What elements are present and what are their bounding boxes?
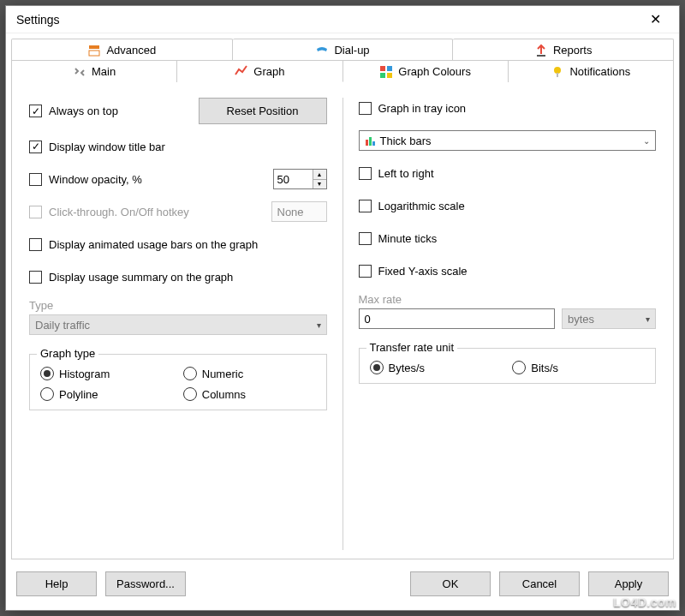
max-rate-input[interactable] <box>359 308 556 329</box>
cancel-button[interactable]: Cancel <box>499 571 580 596</box>
tab-label: Main <box>92 65 116 78</box>
radio-label: Numeric <box>202 368 243 380</box>
row-animated-bars: Display animated usage bars on the graph <box>29 234 327 254</box>
click-through-hotkey: None <box>271 201 327 222</box>
tab-graph[interactable]: Graph <box>177 60 342 82</box>
content-panel: Always on top Reset Position Display win… <box>11 82 674 559</box>
window-opacity-spinner[interactable]: ▲ ▼ <box>273 169 327 189</box>
close-button[interactable]: ✕ <box>636 7 674 33</box>
window-opacity-input[interactable] <box>274 170 313 188</box>
bottom-bar: Help Password... OK Cancel Apply <box>6 559 679 610</box>
colours-icon <box>379 65 393 79</box>
tab-reports[interactable]: Reports <box>453 39 674 61</box>
row-graph-tray: Graph in tray icon <box>359 98 657 118</box>
click-through-checkbox <box>29 206 42 218</box>
left-to-right-label: Left to right <box>378 167 434 180</box>
reset-position-button[interactable]: Reset Position <box>199 98 327 124</box>
radio-histogram-row[interactable]: Histogram <box>40 367 173 380</box>
display-titlebar-label: Display window title bar <box>49 141 165 153</box>
ok-button[interactable]: OK <box>410 571 491 596</box>
row-left-to-right: Left to right <box>359 163 657 183</box>
tab-label: Dial-up <box>334 44 369 57</box>
radio-label: Bits/s <box>531 362 558 374</box>
radio-label: Columns <box>202 388 246 401</box>
max-rate-unit-value: bytes <box>568 313 594 326</box>
type-select: Daily traffic ▾ <box>29 314 327 335</box>
svg-rect-5 <box>380 73 385 78</box>
fixed-y-checkbox[interactable] <box>359 265 372 278</box>
window-opacity-checkbox[interactable] <box>29 173 42 186</box>
radio-columns[interactable] <box>183 387 197 401</box>
apply-button[interactable]: Apply <box>588 571 669 596</box>
row-usage-summary: Display usage summary on the graph <box>29 266 327 287</box>
radio-label: Polyline <box>59 388 98 401</box>
watermark: LO4D.com <box>613 595 676 609</box>
radio-numeric[interactable] <box>183 367 197 380</box>
click-through-label: Click-through. On/Off hotkey <box>49 206 189 218</box>
tab-notifications[interactable]: Notifications <box>509 60 674 82</box>
reports-icon <box>534 44 548 57</box>
tab-label: Graph Colours <box>398 65 471 78</box>
radio-histogram[interactable] <box>40 367 54 380</box>
usage-summary-label: Display usage summary on the graph <box>49 271 233 284</box>
graph-tray-label: Graph in tray icon <box>378 102 467 115</box>
tab-main[interactable]: Main <box>11 60 177 82</box>
chevron-down-icon: ▾ <box>646 314 650 324</box>
dialup-icon <box>315 44 329 57</box>
minute-ticks-checkbox[interactable] <box>359 232 372 245</box>
row-fixed-y: Fixed Y-axis scale <box>359 260 657 281</box>
svg-rect-11 <box>372 141 375 146</box>
svg-rect-9 <box>366 140 368 146</box>
tab-label: Advanced <box>106 44 156 57</box>
transfer-unit-group: Transfer rate unit Bytes/s Bits/s <box>359 348 657 384</box>
minute-ticks-label: Minute ticks <box>378 232 438 245</box>
radio-bits[interactable] <box>512 361 526 374</box>
radio-bytes[interactable] <box>370 361 384 374</box>
spinner-down[interactable]: ▼ <box>313 180 326 189</box>
graph-icon <box>235 64 248 78</box>
log-scale-checkbox[interactable] <box>359 200 372 212</box>
radio-polyline[interactable] <box>40 387 54 401</box>
spinner-up[interactable]: ▲ <box>313 170 326 180</box>
svg-rect-1 <box>89 51 99 56</box>
notifications-icon <box>551 65 564 79</box>
always-on-top-checkbox[interactable] <box>29 105 42 117</box>
type-value: Daily traffic <box>35 319 90 332</box>
row-click-through: Click-through. On/Off hotkey None <box>29 201 327 222</box>
log-scale-label: Logarithmic scale <box>378 200 465 212</box>
radio-bytes-row[interactable]: Bytes/s <box>370 361 503 374</box>
left-to-right-checkbox[interactable] <box>359 167 372 180</box>
radio-columns-row[interactable]: Columns <box>183 387 316 401</box>
radio-label: Bytes/s <box>389 362 426 374</box>
help-button[interactable]: Help <box>16 571 97 596</box>
svg-point-7 <box>554 67 561 74</box>
max-rate-section: Max rate bytes ▾ <box>359 293 657 329</box>
display-titlebar-checkbox[interactable] <box>29 141 42 153</box>
max-rate-unit-select: bytes ▾ <box>562 308 656 329</box>
column-divider <box>342 98 343 550</box>
radio-bits-row[interactable]: Bits/s <box>512 361 645 374</box>
radio-numeric-row[interactable]: Numeric <box>183 367 316 380</box>
tabs: Advanced Dial-up Reports Main <box>6 33 679 82</box>
tray-style-select[interactable]: Thick bars ⌄ <box>359 130 657 151</box>
row-minute-ticks: Minute ticks <box>359 228 657 248</box>
always-on-top-label: Always on top <box>49 105 118 117</box>
tab-dialup[interactable]: Dial-up <box>233 39 454 61</box>
svg-rect-8 <box>557 73 558 77</box>
window-opacity-label: Window opacity, % <box>49 173 142 186</box>
tab-label: Reports <box>553 44 593 57</box>
tab-graph-colours[interactable]: Graph Colours <box>343 60 509 82</box>
settings-window: Settings ✕ Advanced Dial-up <box>5 5 680 611</box>
advanced-icon <box>87 44 101 57</box>
graph-type-legend: Graph type <box>37 347 98 360</box>
graph-tray-checkbox[interactable] <box>359 102 372 115</box>
animated-bars-checkbox[interactable] <box>29 238 42 251</box>
usage-summary-checkbox[interactable] <box>29 271 42 284</box>
password-button[interactable]: Password... <box>105 571 186 596</box>
row-always-on-top: Always on top Reset Position <box>29 98 327 124</box>
animated-bars-label: Display animated usage bars on the graph <box>49 238 258 251</box>
svg-rect-3 <box>380 66 385 71</box>
radio-polyline-row[interactable]: Polyline <box>40 387 173 401</box>
chevron-down-icon: ⌄ <box>643 136 650 146</box>
tab-advanced[interactable]: Advanced <box>11 39 233 61</box>
